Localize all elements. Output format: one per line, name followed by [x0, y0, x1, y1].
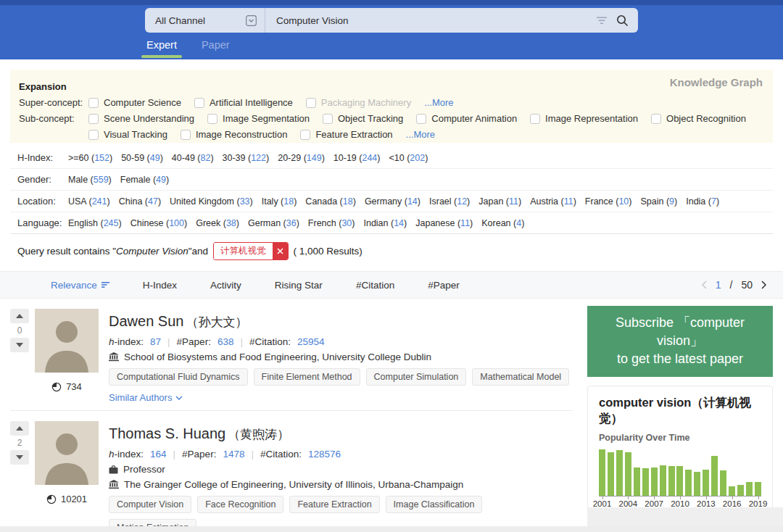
filter-option-name: German (: [248, 218, 286, 228]
filter-option[interactable]: India (7): [686, 196, 719, 207]
filter-option-count: 241: [92, 196, 107, 207]
filter-option[interactable]: United Kingdom (33): [170, 196, 253, 207]
search-input[interactable]: [275, 14, 587, 27]
checkbox-icon[interactable]: [88, 130, 99, 140]
expert-name[interactable]: Thomas S. Huang（黄煦涛）: [109, 425, 573, 443]
concept-checkbox-item[interactable]: Image Representation: [530, 113, 638, 124]
subscribe-button[interactable]: Subscribe 「computer vision」 to get the l…: [587, 306, 773, 377]
filter-option[interactable]: 40-49 (82): [172, 153, 214, 163]
downvote-button[interactable]: [10, 450, 29, 465]
metric-separator: |: [167, 336, 170, 347]
concept-checkbox-item[interactable]: Computer Animation: [416, 113, 517, 124]
filter-option[interactable]: Austria (11): [530, 196, 576, 207]
filter-option[interactable]: 30-39 (122): [223, 153, 270, 163]
filter-option[interactable]: Spain (9): [640, 196, 677, 207]
checkbox-icon[interactable]: [194, 98, 204, 108]
filter-option[interactable]: Korean (4): [481, 218, 524, 228]
concept-checkbox-item[interactable]: Object Recognition: [651, 113, 746, 124]
filter-option[interactable]: Germany (14): [365, 196, 420, 207]
filter-option[interactable]: Chinese (100): [130, 218, 188, 228]
sort-option-activity[interactable]: Activity: [210, 280, 241, 291]
filter-option[interactable]: Female (49): [120, 175, 169, 185]
next-page-button[interactable]: [761, 280, 767, 289]
concept-checkbox-item[interactable]: Feature Extraction: [300, 129, 392, 140]
filter-option[interactable]: Canada (18): [305, 196, 356, 207]
prev-page-button[interactable]: [701, 280, 707, 289]
expertise-tag[interactable]: Face Recognition: [197, 496, 283, 513]
expertise-tag[interactable]: Mathematical Model: [472, 368, 569, 386]
filter-option[interactable]: France (10): [585, 196, 632, 207]
expert-photo[interactable]: [35, 309, 99, 373]
h-index-label-rest: -index:: [115, 336, 144, 347]
checkbox-icon[interactable]: [530, 114, 540, 124]
search-icon[interactable]: [616, 14, 629, 27]
filter-option[interactable]: Japanese (11): [415, 218, 473, 228]
upvote-button[interactable]: [10, 309, 29, 323]
remove-tag-button[interactable]: [273, 243, 288, 259]
sort-option-rising-star[interactable]: Rising Star: [275, 280, 323, 291]
filter-option[interactable]: China (47): [119, 196, 161, 207]
concept-checkbox-item[interactable]: Scene Understanding: [88, 113, 194, 124]
filter-icon[interactable]: [597, 17, 607, 25]
sort-option-citation[interactable]: #Citation: [356, 280, 394, 291]
checkbox-icon[interactable]: [88, 98, 99, 108]
filter-option[interactable]: >=60 (152): [68, 153, 112, 163]
concept-checkbox-item[interactable]: Packaging Machinery: [306, 97, 411, 108]
filter-option[interactable]: French (30): [308, 218, 355, 228]
checkbox-icon[interactable]: [300, 130, 310, 140]
expertise-tag[interactable]: Computer Vision: [109, 496, 191, 513]
expert-photo[interactable]: [35, 421, 99, 485]
expert-name[interactable]: Dawen Sun（孙大文）: [109, 313, 573, 331]
filter-option-count: 47: [148, 196, 158, 207]
tab-paper[interactable]: Paper: [202, 39, 230, 58]
filter-option[interactable]: USA (241): [68, 196, 110, 207]
expertise-tag[interactable]: Computational Fluid Dynamics: [109, 368, 248, 386]
filter-option[interactable]: Male (559): [68, 175, 112, 185]
filter-option[interactable]: Italy (18): [262, 196, 297, 207]
expertise-tag[interactable]: Feature Extraction: [289, 496, 379, 513]
sort-option-paper[interactable]: #Paper: [428, 280, 460, 291]
expertise-tag[interactable]: Finite Element Method: [254, 368, 360, 386]
filter-option[interactable]: Israel (12): [429, 196, 470, 207]
checkbox-icon[interactable]: [323, 114, 333, 124]
filter-section: H-Index:>=60 (152)50-59 (49)40-49 (82)30…: [10, 147, 773, 234]
sort-option-relevance[interactable]: Relevance: [51, 280, 109, 291]
sort-option-h-index[interactable]: H-Index: [143, 280, 177, 291]
similar-authors-link[interactable]: Similar Authors: [109, 392, 573, 403]
sort-order-icon[interactable]: [102, 280, 109, 291]
concept-checkbox-item[interactable]: Image Segmentation: [207, 113, 310, 124]
tab-expert[interactable]: Expert: [146, 39, 177, 58]
concept-checkbox-item[interactable]: Computer Science: [88, 97, 181, 108]
filter-option[interactable]: 10-19 (244): [334, 153, 381, 163]
filter-option[interactable]: 20-29 (149): [278, 153, 325, 163]
checkbox-icon[interactable]: [207, 114, 218, 124]
filter-row-gender: Gender:Male (559)Female (49): [10, 169, 773, 191]
filter-option[interactable]: Greek (38): [196, 218, 239, 228]
upvote-button[interactable]: [10, 421, 29, 436]
upvote-icon: [16, 426, 23, 431]
expertise-tag[interactable]: Computer Simulation: [366, 368, 467, 386]
filter-option[interactable]: German (36): [248, 218, 299, 228]
checkbox-icon[interactable]: [416, 114, 426, 124]
checkbox-icon[interactable]: [651, 114, 661, 124]
concept-checkbox-item[interactable]: Image Reconstruction: [181, 129, 287, 140]
filter-option[interactable]: <10 (202): [389, 153, 428, 163]
checkbox-icon[interactable]: [88, 114, 99, 124]
checkbox-icon[interactable]: [181, 130, 191, 140]
filter-option[interactable]: English (245): [68, 218, 122, 228]
channel-select[interactable]: All Channel: [145, 8, 265, 33]
more-link[interactable]: ...More: [406, 129, 435, 140]
downvote-button[interactable]: [10, 338, 29, 352]
concept-checkbox-item[interactable]: Visual Tracking: [88, 129, 167, 140]
filter-option[interactable]: Indian (14): [363, 218, 407, 228]
checkbox-icon[interactable]: [306, 98, 316, 108]
chart-bar: [668, 466, 675, 496]
filter-option[interactable]: 50-59 (49): [121, 153, 163, 163]
expertise-tag[interactable]: Image Classification: [386, 496, 483, 513]
concept-checkbox-item[interactable]: Artificial Intelligence: [194, 97, 293, 108]
concept-checkbox-item[interactable]: Object Tracking: [323, 113, 403, 124]
more-link[interactable]: ...More: [424, 97, 453, 108]
paper-count-label: #Paper:: [177, 336, 211, 347]
filter-option[interactable]: Japan (11): [478, 196, 521, 207]
citation-count-label: #Citation:: [249, 336, 291, 347]
